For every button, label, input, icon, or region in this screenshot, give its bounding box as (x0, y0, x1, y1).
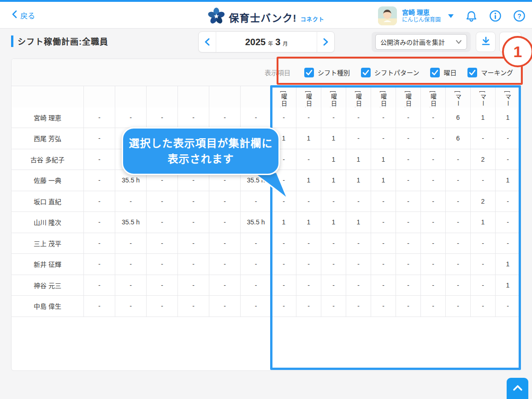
tooltip-line2: 表示されます (123, 151, 278, 167)
weekday-count-cell: - (321, 296, 346, 317)
display-item-checkbox-3[interactable]: マーキング (467, 68, 513, 77)
title-accent-bar (11, 35, 13, 47)
marking-count-cell: - (446, 275, 471, 296)
weekday-count-cell: 1 (321, 170, 346, 191)
weekday-count-cell: - (396, 191, 421, 212)
weekday-count-cell: 1 (321, 212, 346, 233)
marking-count-cell: - (446, 296, 471, 317)
week-total-cell: - (84, 170, 115, 191)
top-accent-line (0, 0, 532, 2)
weekday-count-cell: - (346, 107, 371, 129)
checkbox-checked-icon (361, 68, 371, 77)
week-total-cell: - (209, 254, 241, 275)
weekday-count-cell: - (346, 233, 371, 254)
display-item-label: 曜日 (443, 68, 456, 77)
week-total-cell: - (209, 275, 241, 296)
year-unit: 年 (268, 40, 273, 47)
marking-count-cell: - (471, 170, 496, 191)
chevron-up-icon (513, 384, 523, 393)
staff-name-cell: 山川 隆次 (12, 212, 84, 233)
back-button[interactable]: 戻る (12, 10, 35, 21)
week-total-cell: - (209, 296, 241, 317)
week-total-cell: - (147, 296, 178, 317)
week-total-cell: - (115, 275, 147, 296)
prev-month-button[interactable] (199, 32, 216, 52)
marking-count-cell: 2 (471, 191, 496, 212)
weekday-count-cell: - (396, 107, 421, 129)
marking-count-cell: - (446, 212, 471, 233)
month-navigator: 2025 年 3 月 (198, 31, 335, 53)
weekday-count-cell: - (371, 254, 396, 275)
weekday-count-cell: - (371, 275, 396, 296)
month-total-cell: - (241, 107, 272, 129)
week-total-cell: - (115, 191, 147, 212)
weekday-count-cell: - (272, 296, 296, 317)
weekday-count-cell: - (346, 254, 371, 275)
weekday-count-cell: 1 (272, 212, 296, 233)
weekday-count-cell: 1 (346, 170, 371, 191)
week-total-cell: - (209, 191, 241, 212)
aggregate-select[interactable]: 公開済みの計画を集計 (375, 34, 467, 50)
week-total-cell: - (84, 128, 115, 149)
marking-count-cell: - (471, 233, 496, 254)
staff-name-cell: 佐藤 一典 (12, 170, 84, 191)
user-menu[interactable]: 宮崎 理恵 にんじん保育園 (402, 8, 441, 24)
month-total-cell: - (241, 275, 272, 296)
download-button[interactable] (476, 32, 496, 52)
week-total-cell: - (115, 254, 147, 275)
week-total-cell: - (178, 254, 209, 275)
staff-name-cell: 神谷 元三 (12, 275, 84, 296)
staff-name-cell: 新井 征輝 (12, 254, 84, 275)
week-total-cell: - (178, 296, 209, 317)
week-total-cell: - (84, 233, 115, 254)
month-total-cell: 35.5 h (241, 212, 272, 233)
chevron-down-icon[interactable] (448, 14, 454, 18)
weekday-count-cell: 1 (321, 128, 346, 149)
week-total-cell: - (115, 233, 147, 254)
week-total-cell: - (178, 107, 209, 129)
avatar[interactable] (378, 6, 397, 25)
user-name: 宮崎 理恵 (402, 8, 441, 17)
notification-bell-icon[interactable] (465, 10, 478, 23)
weekday-count-cell: 1 (296, 128, 321, 149)
week-total-cell: - (147, 254, 178, 275)
help-icon[interactable]: ? (513, 10, 526, 22)
checkbox-checked-icon (430, 68, 440, 77)
weekday-count-cell: - (272, 233, 296, 254)
weekday-count-cell: - (421, 128, 446, 149)
weekday-count-cell: - (346, 128, 371, 149)
display-item-label: シフトパターン (374, 68, 419, 77)
week-total-cell: - (115, 296, 147, 317)
download-icon (481, 36, 491, 48)
scroll-to-top-button[interactable] (507, 378, 528, 399)
weekday-count-cell: - (421, 149, 446, 170)
week-total-cell: - (209, 107, 241, 129)
display-item-checkbox-1[interactable]: シフトパターン (361, 68, 419, 77)
week-total-cell: - (115, 107, 147, 129)
weekday-count-cell: - (371, 212, 396, 233)
weekday-count-cell: - (371, 107, 396, 129)
display-item-checkbox-2[interactable]: 曜日 (430, 68, 456, 77)
next-month-button[interactable] (317, 32, 334, 52)
month-total-cell: - (241, 296, 272, 317)
weekday-count-cell: - (296, 107, 321, 129)
staff-name-cell: 古谷 多紀子 (12, 149, 84, 170)
weekday-count-cell: - (321, 254, 346, 275)
tooltip-line1: 選択した表示項目が集計欄に (123, 135, 278, 151)
month-total-cell: - (241, 233, 272, 254)
week-total-cell: - (178, 233, 209, 254)
marking-count-cell: - (496, 149, 520, 170)
weekday-count-cell: - (321, 107, 346, 129)
marking-count-cell: - (496, 191, 520, 212)
marking-count-cell: - (471, 296, 496, 317)
user-area: 宮崎 理恵 にんじん保育園 ? (378, 6, 526, 25)
display-item-checkbox-0[interactable]: シフト種別 (304, 68, 350, 77)
week-total-cell: - (84, 254, 115, 275)
info-icon[interactable] (489, 10, 502, 22)
annotation-step-badge: 1 (502, 36, 532, 67)
weekday-count-cell: - (421, 212, 446, 233)
week-total-cell: - (147, 107, 178, 129)
marking-count-cell: - (446, 170, 471, 191)
marking-count-cell: 1 (496, 275, 520, 296)
marking-count-cell: - (496, 128, 520, 149)
